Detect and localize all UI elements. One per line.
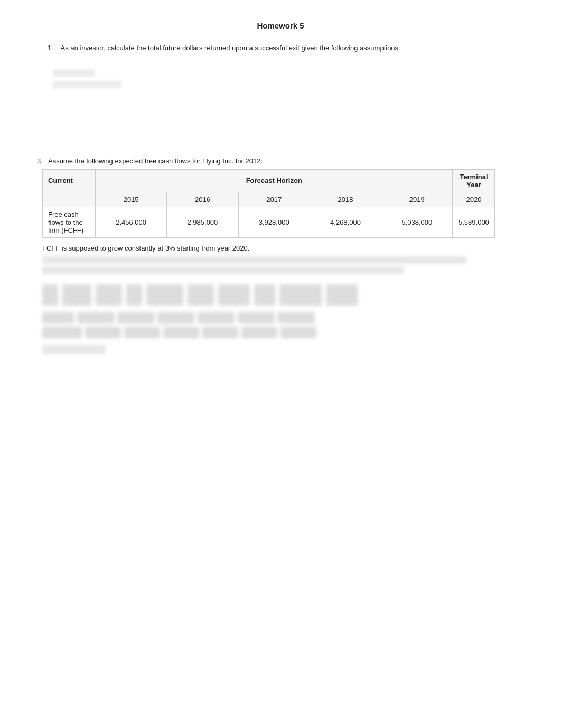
fcff-table: Current Forecast Horizon Terminal Year 2… — [42, 169, 495, 238]
blurred-note-continuation — [42, 256, 524, 274]
table-row: Free cash flows to the firm (FCFF) 2,456… — [43, 207, 495, 237]
col-forecast-header: Forecast Horizon — [96, 169, 453, 192]
question-3: 3. Assume the following expected free ca… — [37, 157, 529, 355]
blurred-table-section — [42, 312, 524, 338]
fcff-label: Free cash flows to the firm (FCFF) — [43, 207, 96, 237]
fcff-note: FCFF is supposed to grow constantly at 3… — [42, 243, 529, 254]
fcff-2018: 4,268,000 — [310, 207, 381, 237]
fcff-2015: 2,456,000 — [96, 207, 167, 237]
col-terminal-header: Terminal Year — [453, 169, 495, 192]
year-2018: 2018 — [310, 192, 381, 207]
blurred-formula-section — [42, 284, 524, 306]
year-label-empty — [43, 192, 96, 207]
fcff-2017: 3,928,000 — [238, 207, 310, 237]
year-2017: 2017 — [238, 192, 310, 207]
fcff-2020: 5,589,000 — [453, 207, 495, 237]
year-2016: 2016 — [167, 192, 238, 207]
blurred-final-result — [42, 345, 106, 354]
question-1: 1. As an investor, calculate the total f… — [42, 43, 529, 53]
page-title: Homework 5 — [32, 21, 529, 30]
fcff-2016: 2,985,000 — [167, 207, 238, 237]
question-3-header: 3. Assume the following expected free ca… — [37, 157, 529, 165]
year-2019: 2019 — [381, 192, 453, 207]
year-2015: 2015 — [96, 192, 167, 207]
year-2020: 2020 — [453, 192, 495, 207]
col-current-header: Current — [43, 169, 96, 192]
fcff-2019: 5,038,000 — [381, 207, 453, 237]
